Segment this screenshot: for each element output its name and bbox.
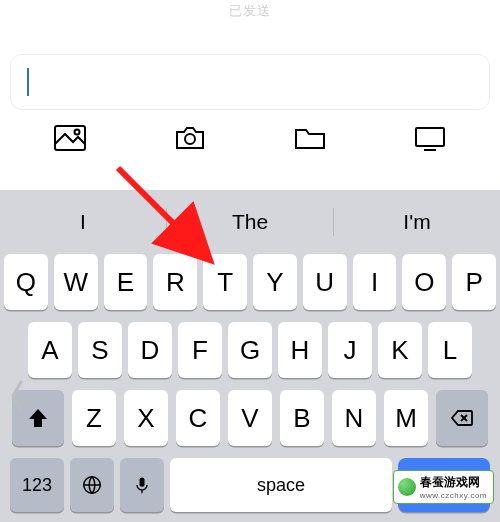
attachment-bar — [0, 120, 500, 170]
backspace-key[interactable] — [436, 390, 488, 446]
suggestion-2[interactable]: The — [167, 210, 333, 234]
camera-icon[interactable] — [173, 124, 207, 152]
key-u[interactable]: U — [303, 254, 347, 310]
key-f[interactable]: F — [178, 322, 222, 378]
keyboard-handle-icon[interactable] — [6, 374, 28, 418]
key-b[interactable]: B — [280, 390, 324, 446]
watermark-logo-icon — [398, 478, 416, 496]
mic-key[interactable] — [120, 458, 164, 512]
numeric-key[interactable]: 123 — [10, 458, 64, 512]
key-v[interactable]: V — [228, 390, 272, 446]
key-z[interactable]: Z — [72, 390, 116, 446]
message-input-area — [0, 20, 500, 120]
photo-icon[interactable] — [53, 124, 87, 152]
key-k[interactable]: K — [378, 322, 422, 378]
key-row-2: A S D F G H J K L — [4, 322, 496, 378]
svg-rect-3 — [416, 128, 444, 146]
suggestion-bar: I The I'm — [0, 196, 500, 248]
key-c[interactable]: C — [176, 390, 220, 446]
key-r[interactable]: R — [153, 254, 197, 310]
status-sent-label: 已发送 — [0, 0, 500, 20]
text-caret — [27, 68, 29, 96]
message-text-input[interactable] — [10, 54, 490, 110]
watermark-url: www.czchxy.com — [420, 491, 487, 500]
key-d[interactable]: D — [128, 322, 172, 378]
svg-point-1 — [75, 130, 80, 135]
key-l[interactable]: L — [428, 322, 472, 378]
watermark-title: 春蚕游戏网 — [420, 474, 487, 491]
key-h[interactable]: H — [278, 322, 322, 378]
screen-icon[interactable] — [413, 124, 447, 152]
key-g[interactable]: G — [228, 322, 272, 378]
svg-rect-5 — [140, 478, 145, 487]
key-p[interactable]: P — [452, 254, 496, 310]
key-q[interactable]: Q — [4, 254, 48, 310]
key-e[interactable]: E — [104, 254, 148, 310]
key-a[interactable]: A — [28, 322, 72, 378]
suggestion-1[interactable]: I — [0, 210, 166, 234]
space-key[interactable]: space — [170, 458, 392, 512]
key-t[interactable]: T — [203, 254, 247, 310]
key-j[interactable]: J — [328, 322, 372, 378]
key-m[interactable]: M — [384, 390, 428, 446]
key-w[interactable]: W — [54, 254, 98, 310]
watermark: 春蚕游戏网 www.czchxy.com — [393, 470, 494, 504]
key-x[interactable]: X — [124, 390, 168, 446]
suggestion-3[interactable]: I'm — [334, 210, 500, 234]
key-row-1: Q W E R T Y U I O P — [4, 254, 496, 310]
key-o[interactable]: O — [402, 254, 446, 310]
key-y[interactable]: Y — [253, 254, 297, 310]
key-s[interactable]: S — [78, 322, 122, 378]
key-n[interactable]: N — [332, 390, 376, 446]
key-row-3: Z X C V B N M — [4, 390, 496, 446]
svg-point-2 — [185, 134, 195, 144]
folder-icon[interactable] — [293, 124, 327, 152]
globe-key[interactable] — [70, 458, 114, 512]
key-i[interactable]: I — [353, 254, 397, 310]
